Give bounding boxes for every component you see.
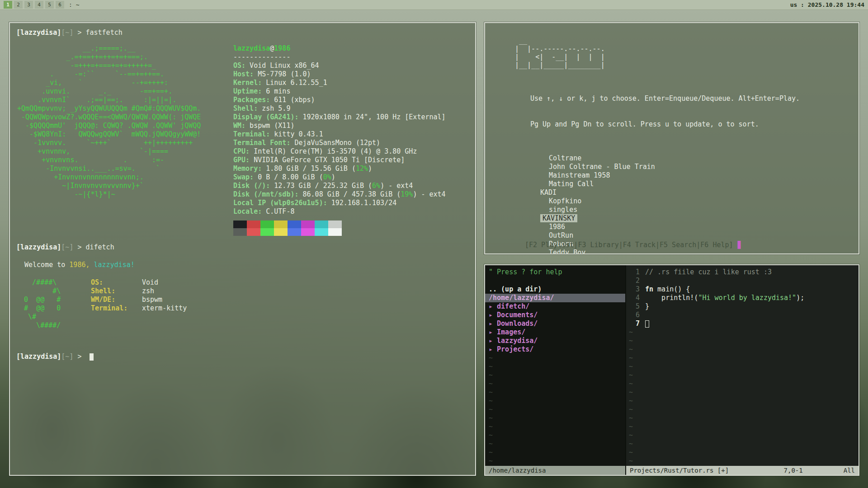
fastfetch-title: lazzydisa@1986 [233,44,446,53]
file-tree-pane[interactable]: " Press ? for help .. (up a dir)/home/la… [485,265,626,475]
tree-dir-item[interactable]: ▸ difetch/ [489,302,622,311]
library-item[interactable]: Mainstream 1958 [485,171,859,180]
code-segment: println!( [645,294,698,302]
tree-dir-name: Documents/ [497,311,538,319]
workspace-2[interactable]: 2 [14,1,23,9]
library-item[interactable]: 1986 [485,223,859,231]
empty-line-tilde: ~ [626,414,859,422]
workspace-6[interactable]: 6 [56,1,64,9]
tree-blank-line [489,277,622,285]
library-item[interactable]: Coltrane [485,154,859,163]
empty-line-tilde: ~ [626,457,859,465]
workspace-3[interactable]: 3 [24,1,33,9]
library-item[interactable]: KADI [485,188,859,197]
workspace-4[interactable]: 4 [35,1,43,9]
code-segment: ); [796,294,804,302]
line-number: 1 [626,268,640,277]
fastfetch-info-row: Swap: 0 B / 8.00 GiB (0%) [233,173,446,182]
terminal-color-palette [233,221,446,236]
library-item-label: Coltrane [549,154,581,162]
prompt-user: [lazzydisa] [16,28,61,37]
library-item[interactable]: John Coltrane - Blue Train [485,163,859,171]
empty-line-tilde: ~ [489,405,622,414]
fastfetch-label: Uptime: [233,87,262,95]
tree-up-dir[interactable]: .. (up a dir) [489,285,622,294]
difetch-label: OS: [91,278,142,287]
fastfetch-value: 868x488 in 24", 100 Hz [External] [299,113,446,121]
empty-line-tilde: ~ [626,397,859,405]
fastfetch-value: MS-7798 (1.0) [254,70,311,78]
void-linux-ascii-logo: __.;=====;.__ _.=+==++=++=+=+===;. -=+++… [17,44,201,199]
tree-dir-name: lazzydisa/ [497,337,538,345]
fastfetch-label: Disk (/): [233,182,270,190]
fastfetch-label: WM: [233,122,245,130]
editor-window[interactable]: " Press ? for help .. (up a dir)/home/la… [484,264,859,476]
tree-dir-item[interactable]: ▸ lazzydisa/ [489,337,622,345]
empty-line-tilde: ~ [626,362,859,371]
workspace-list: 123456 [4,1,64,9]
empty-line-tilde: ~ [489,414,622,422]
empty-line-tilde: ~ [489,422,622,431]
tree-dir-item[interactable]: ▸ Documents/ [489,311,622,319]
library-item[interactable]: Teddy Boy [485,249,859,254]
prompt-line-difetch: [lazzydisa][~]>difetch [16,243,469,252]
code-buffer-pane[interactable]: 1// .rs fiile cuz i like rust :323fn mai… [626,265,859,475]
fastfetch-label: Memory: [233,164,262,173]
fastfetch-info-row: Kernel: Linux 6.12.55_1 [233,79,446,87]
statusline-cursor-position: 7,0-1 [784,466,803,475]
prompt-arrow: > [77,352,81,361]
workspace-1[interactable]: 1 [4,1,12,9]
music-library-list: ColtraneJohn Coltrane - Blue TrainMainst… [485,154,859,254]
fastfetch-info-row: CPU: Intel(R) Core(TM) i5-3570 (4) @ 3.8… [233,147,446,156]
workspace-5[interactable]: 5 [45,1,54,9]
library-item[interactable]: OutRun [485,231,859,240]
prompt-line-current[interactable]: [lazzydisa][~]> [16,352,469,361]
fastfetch-label: GPU: [233,156,250,164]
fastfetch-info-row: GPU: NVIDIA GeForce GTX 1050 Ti [Discret… [233,156,446,164]
library-item-label: Kopfkino [549,197,581,205]
fastfetch-info-row: Disk (/mnt/sdb): 86.08 GiB / 457.38 GiB … [233,190,446,199]
code-line: 1// .rs fiile cuz i like rust :3 [626,268,859,277]
usage-percent: 0% [323,173,331,181]
difetch-value: zsh [142,287,154,295]
fastfetch-value: NVIDIA GeForce GTX 1050 Ti [Discrete] [250,156,405,164]
code-segment: // .rs fiile cuz i like rust :3 [645,268,772,276]
prompt-user: [lazzydisa] [16,352,61,361]
library-item[interactable]: Mating Call [485,180,859,188]
empty-line-tilde: ~ [626,354,859,362]
fastfetch-label: CPU: [233,147,250,155]
empty-line-tilde: ~ [626,440,859,448]
line-number: 7 [626,319,640,328]
terminal-window[interactable]: [lazzydisa][~]>fastfetch __.;=====;.__ _… [9,22,476,476]
tree-dir-item[interactable]: ▸ Projects/ [489,345,622,354]
palette-swatch [260,228,274,236]
library-item[interactable]: KAVINSKY [485,214,859,223]
prompt-arrow: > [77,243,81,251]
library-item[interactable]: singles [485,206,859,214]
difetch-label: Terminal: [91,304,142,313]
library-item[interactable]: Kopfkino [485,197,859,206]
empty-line-tilde: ~ [626,431,859,440]
difetch-info-row: Terminal:xterm-kitty [91,304,187,313]
kew-help-line2: Pg Up and Pg Dn to scroll. Press u to up… [530,120,859,129]
tree-dir-name: Images/ [497,328,525,336]
tree-statusline: /home/lazzydisa [485,466,625,475]
fastfetch-value: 192.168.1.103/24 [327,199,397,207]
library-item-label: 1986 [549,223,565,231]
empty-line-tilde: ~ [626,345,859,354]
tree-root-path[interactable]: /home/lazzydisa/ [485,294,625,302]
empty-line-tilde: ~ [489,440,622,448]
empty-line-tilde: ~ [489,380,622,388]
kew-indicator-icon: ▊ [738,241,742,249]
palette-swatch [233,221,247,228]
tree-dir-item[interactable]: ▸ Downloads/ [489,319,622,328]
music-player-window[interactable]: __ | |--.-----.--.--.--. | <| -__| | | |… [484,22,859,254]
empty-line-tilde: ~ [489,371,622,380]
chevron-right-icon: ▸ [489,328,497,336]
welcome-username: lazzydisa! [90,261,135,269]
statusline-filename: Projects/Rust/Tutor.rs [+] [630,466,729,475]
command-difetch: difetch [85,243,114,251]
library-item-label: Teddy Boy [549,249,585,254]
empty-line-tilde: ~ [626,337,859,345]
tree-dir-item[interactable]: ▸ Images/ [489,328,622,337]
